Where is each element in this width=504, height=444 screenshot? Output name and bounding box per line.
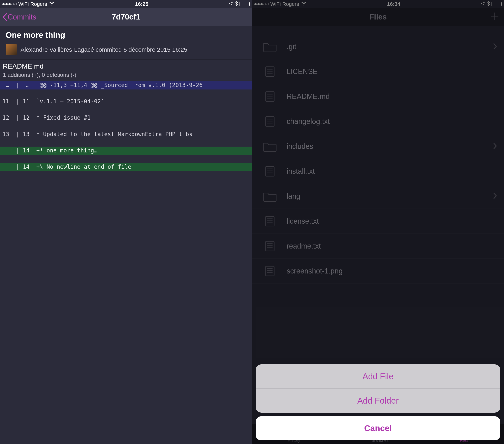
diff-line: 13 | 13 * Updated to the latest Markdown… bbox=[0, 130, 252, 138]
diff-line: 11 | 11 `v.1.1 — 2015-04-02` bbox=[0, 98, 252, 106]
diff-line: 12 | 12 * Fixed issue #1 bbox=[0, 114, 252, 122]
add-file-button[interactable]: Add File bbox=[256, 364, 500, 389]
diff-line: | 14 +\ No newline at end of file bbox=[0, 163, 252, 171]
nav-bar: Commits 7d70cf1 bbox=[0, 8, 252, 26]
diff-file-stats: 1 additions (+), 0 deletions (-) bbox=[3, 72, 248, 78]
diff-line: | 14 +* one more thing… bbox=[0, 147, 252, 155]
commit-author-line: Alexandre Vallières-Lagacé commited 5 dé… bbox=[20, 46, 187, 53]
wifi-icon bbox=[49, 1, 55, 7]
action-sheet: Add FileAdd Folder Cancel bbox=[256, 364, 500, 440]
back-label: Commits bbox=[8, 13, 36, 21]
diff-file-name: README.md bbox=[3, 62, 248, 70]
battery-icon bbox=[239, 2, 250, 6]
page-title: 7d70cf1 bbox=[112, 13, 140, 21]
commit-header: One more thing Alexandre Vallières-Lagac… bbox=[0, 26, 252, 60]
back-button[interactable]: Commits bbox=[2, 13, 36, 21]
carrier-label: WiFi Rogers bbox=[18, 1, 47, 7]
location-icon bbox=[229, 1, 233, 7]
commit-detail-screen: WiFi Rogers 16:25 Commits 7d70cf1 One mo… bbox=[0, 0, 252, 444]
bluetooth-icon bbox=[235, 1, 238, 7]
diff-file-header: README.md 1 additions (+), 0 deletions (… bbox=[0, 60, 252, 81]
status-bar: WiFi Rogers 16:25 bbox=[0, 0, 252, 8]
signal-dots-icon bbox=[2, 3, 17, 5]
commit-message: One more thing bbox=[6, 31, 246, 40]
diff-block: … | … @@ -11,3 +11,4 @@ _Sourced from v.… bbox=[0, 81, 252, 179]
clock-label: 16:25 bbox=[135, 1, 148, 7]
avatar bbox=[6, 44, 17, 55]
add-folder-button[interactable]: Add Folder bbox=[256, 389, 500, 413]
diff-line: … | … @@ -11,3 +11,4 @@ _Sourced from v.… bbox=[0, 81, 252, 89]
cancel-button[interactable]: Cancel bbox=[256, 416, 500, 440]
files-screen: WiFi Rogers 16:34 Files .gitLICENSEREADM… bbox=[252, 0, 504, 444]
